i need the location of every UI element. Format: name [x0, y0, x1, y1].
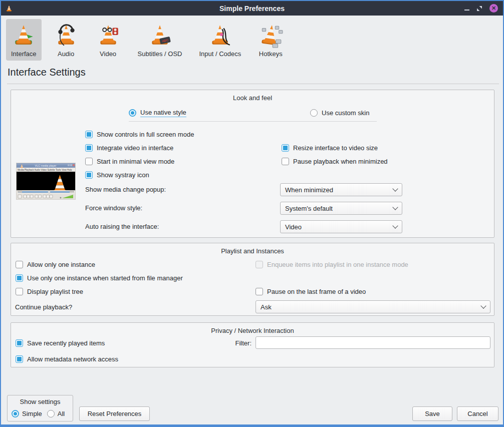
- checkbox-label: Show systray icon: [97, 171, 149, 179]
- radio-all[interactable]: All: [47, 409, 65, 418]
- checkbox-integrate-video[interactable]: Integrate video in interface: [85, 143, 173, 152]
- label-force-window-style: Force window style:: [85, 204, 142, 212]
- cancel-button[interactable]: Cancel: [457, 406, 498, 421]
- vlc-cone-interface-icon: [11, 23, 36, 48]
- radio-icon[interactable]: [47, 410, 55, 417]
- radio-custom-skin[interactable]: Use custom skin: [310, 108, 369, 117]
- toolbar-item-subtitles[interactable]: ABC Subtitles / OSD: [133, 19, 187, 61]
- vlc-cone-audio-icon: [54, 23, 79, 48]
- minimize-icon[interactable]: [464, 10, 469, 11]
- checkbox-icon[interactable]: [282, 158, 289, 165]
- checkbox-display-playlist-tree[interactable]: Display playlist tree: [16, 287, 83, 296]
- label-continue-playback: Continue playback?: [15, 303, 72, 311]
- chevron-down-icon: [480, 303, 486, 308]
- toolbar-item-video[interactable]: Video: [91, 19, 126, 61]
- chevron-down-icon: [392, 204, 398, 210]
- checkbox-icon[interactable]: [256, 288, 263, 295]
- vlc-cone-hotkeys-icon: [258, 23, 283, 48]
- close-icon[interactable]: ✕: [489, 4, 498, 13]
- vlc-cone-video-icon: [96, 23, 121, 48]
- interface-preview-image: VLC media player Media Playback Audio Vi…: [16, 163, 76, 200]
- save-button[interactable]: Save: [412, 406, 452, 421]
- group-title: Look and feel: [11, 90, 494, 102]
- svg-text:VLC media player: VLC media player: [35, 164, 57, 167]
- toolbar-item-input-codecs[interactable]: Input / Codecs: [194, 19, 246, 61]
- vlc-cone-subtitles-icon: ABC: [147, 23, 172, 48]
- label-media-change-popup: Show media change popup:: [85, 186, 166, 193]
- checkbox-one-instance-file-manager[interactable]: Use only one instance when started from …: [16, 273, 183, 282]
- group-title: Playlist and Instances: [11, 243, 494, 255]
- page-title: Interface Settings: [8, 67, 86, 78]
- chevron-down-icon: [392, 186, 398, 191]
- dropdown-auto-raising[interactable]: Video: [280, 220, 402, 233]
- checkbox-label: Allow metadata network access: [27, 355, 118, 363]
- checkbox-icon[interactable]: [85, 144, 93, 152]
- toolbar-label: Video: [100, 50, 116, 58]
- radio-native-style[interactable]: Use native style: [129, 108, 186, 117]
- checkbox-allow-metadata-access[interactable]: Allow metadata network access: [16, 354, 118, 363]
- checkbox-resize-interface[interactable]: Resize interface to video size: [282, 143, 378, 152]
- preferences-window: Simple Preferences ✕ Interface: [0, 0, 504, 427]
- toolbar-label: Input / Codecs: [199, 50, 241, 58]
- checkbox-icon[interactable]: [282, 144, 289, 152]
- dropdown-force-window-style[interactable]: System's default: [280, 202, 402, 215]
- toolbar-label: Audio: [58, 50, 74, 58]
- toolbar-label: Subtitles / OSD: [138, 50, 182, 58]
- checkbox-label: Start in minimal view mode: [97, 158, 174, 165]
- toolbar-item-interface[interactable]: Interface: [6, 19, 42, 61]
- radio-icon[interactable]: [12, 410, 19, 417]
- dropdown-continue-playback[interactable]: Ask: [256, 300, 490, 313]
- window-title: Simple Preferences: [1, 5, 503, 13]
- checkbox-icon[interactable]: [85, 171, 93, 179]
- checkbox-pause-minimized[interactable]: Pause playback when minimized: [282, 157, 388, 166]
- radio-icon[interactable]: [310, 109, 318, 117]
- radio-label: Use native style: [140, 109, 186, 117]
- checkbox-save-recent-items[interactable]: Save recently played items: [16, 338, 105, 347]
- radio-label: Simple: [22, 410, 42, 417]
- checkbox-systray-icon[interactable]: Show systray icon: [85, 170, 149, 179]
- chevron-down-icon: [392, 223, 398, 228]
- dropdown-value: When minimized: [285, 186, 333, 194]
- checkbox-minimal-view[interactable]: Start in minimal view mode: [85, 157, 174, 166]
- checkbox-icon: [256, 261, 263, 268]
- checkbox-icon[interactable]: [85, 131, 93, 138]
- checkbox-allow-one-instance[interactable]: Allow only one instance: [16, 260, 95, 269]
- checkbox-enqueue-items: Enqueue items into playlist in one insta…: [256, 260, 408, 269]
- checkbox-label: Pause playback when minimized: [293, 158, 388, 165]
- radio-label: All: [58, 410, 65, 417]
- checkbox-pause-last-frame[interactable]: Pause on the last frame of a video: [256, 287, 366, 296]
- group-title: Privacy / Network Interaction: [11, 323, 494, 334]
- show-settings-group: Show settings Simple All: [7, 395, 73, 421]
- checkbox-label: Pause on the last frame of a video: [267, 288, 366, 295]
- show-settings-title: Show settings: [8, 395, 73, 405]
- checkbox-icon[interactable]: [16, 261, 23, 268]
- restore-icon[interactable]: [476, 6, 482, 12]
- checkbox-icon[interactable]: [16, 355, 23, 363]
- label-filter: Filter:: [211, 339, 251, 347]
- vlc-logo-icon: [5, 4, 13, 13]
- label-auto-raising: Auto raising the interface:: [85, 223, 159, 230]
- dropdown-media-change-popup[interactable]: When minimized: [280, 183, 402, 196]
- checkbox-icon[interactable]: [16, 339, 23, 347]
- divider: [7, 84, 499, 84]
- group-look-and-feel: Look and feel Use native style Use custo…: [11, 90, 494, 238]
- reset-preferences-button[interactable]: Reset Preferences: [79, 406, 150, 421]
- toolbar-item-audio[interactable]: Audio: [49, 19, 84, 61]
- checkbox-show-controls-fullscreen[interactable]: Show controls in full screen mode: [85, 130, 194, 139]
- toolbar-item-hotkeys[interactable]: Hotkeys: [253, 19, 288, 61]
- svg-text:Media Playback Audio Video Sub: Media Playback Audio Video Subtitle Tool…: [18, 169, 72, 171]
- toolbar-label: Interface: [11, 50, 37, 58]
- dropdown-value: System's default: [285, 205, 333, 212]
- titlebar[interactable]: Simple Preferences ✕: [1, 1, 503, 16]
- radio-icon[interactable]: [129, 109, 136, 117]
- checkbox-icon[interactable]: [16, 274, 23, 282]
- checkbox-label: Save recently played items: [27, 339, 105, 347]
- checkbox-label: Allow only one instance: [27, 261, 95, 268]
- checkbox-label: Integrate video in interface: [97, 144, 173, 152]
- filter-input[interactable]: [256, 336, 490, 349]
- radio-simple[interactable]: Simple: [12, 409, 42, 418]
- checkbox-icon[interactable]: [16, 288, 23, 295]
- checkbox-icon[interactable]: [85, 158, 93, 165]
- preferences-toolbar: Interface Audio: [6, 19, 288, 61]
- vlc-cone-input-icon: [207, 23, 232, 48]
